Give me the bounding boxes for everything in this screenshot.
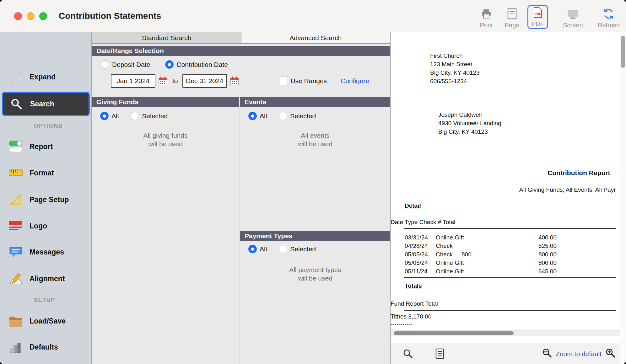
sidebar-item-label: Alignment [30,275,65,283]
table-row: 05/05/24 Online Gift 800.00 [391,260,620,268]
page-button[interactable]: Page [502,8,522,29]
cell-date: 04/28/24 [405,243,428,249]
recipient-address: Joseph Caldwell 4930 Volunteer Landing B… [438,110,501,136]
sidebar-item-label: Expand [30,73,56,81]
payment-types-radio-group: All Selected [248,245,316,253]
vertical-scrollbar[interactable] [620,32,626,364]
events-note-line2: will be used [240,140,390,148]
sidebar-item-messages[interactable]: Messages [0,240,91,264]
report-title: Contribution Report [548,169,610,177]
column-header-total: Total [443,219,455,225]
contribution-date-radio[interactable] [165,60,174,69]
detail-footer-rule [404,277,616,278]
cell-date: 03/31/24 [405,234,428,241]
payment-types-selected-radio[interactable] [279,245,287,253]
events-section-header: Events [240,97,390,107]
events-radio-group: All Selected [248,112,316,120]
cell-date: 05/11/24 [405,268,428,275]
totals-dashes: ----------- [391,321,413,328]
sidebar-item-page-setup[interactable]: Page Setup [0,188,91,211]
cell-total: 645.00 [538,268,557,275]
print-button[interactable]: Print [476,9,497,29]
app-window: Contribution Statements Print Page PDF P… [0,0,626,364]
from-date-input[interactable] [111,74,155,88]
magnifier-tool-icon[interactable] [402,348,413,359]
giving-funds-note-line1: All giving funds [92,131,239,140]
configure-link[interactable]: Configure [341,77,369,85]
refresh-icon [603,8,614,21]
calendar-icon[interactable] [158,76,168,86]
sidebar-item-search[interactable]: Search [2,92,90,116]
column-header-type: Type [405,219,418,225]
events-note: All events will be used [240,131,390,148]
zoom-out-icon[interactable] [542,348,552,360]
giving-funds-section-header: Giving Funds [92,97,239,107]
totals-dashes-row: ----------- [391,321,620,329]
date-range-row: to Use Ranges Configure [111,74,369,88]
page-title: Contribution Statements [59,0,161,32]
cell-type: Online Gift [436,260,464,266]
cell-date: 05/05/24 [405,260,428,266]
sidebar-item-alignment[interactable]: Alignment [0,267,91,290]
to-date-input[interactable] [182,74,227,88]
events-all-radio[interactable] [248,112,257,120]
print-label: Print [480,22,493,29]
sidebar-item-label: Format [30,169,54,177]
church-name: First Church [430,51,480,60]
cell-type: Online Gift [436,268,464,275]
table-row: 04/28/24 Check 525.00 [391,243,620,251]
table-row: 05/11/24 Online Gift 645.00 [391,268,620,276]
column-header-fund: Fund [391,300,404,307]
horizontal-scrollbar[interactable] [391,330,620,335]
sidebar-item-format[interactable]: Format [0,161,91,185]
refresh-button[interactable]: Refresh [598,8,620,29]
use-ranges-checkbox[interactable] [279,77,288,85]
vertical-scrollbar-thumb[interactable] [621,36,625,68]
sidebar-item-report[interactable]: Report [0,135,91,158]
sidebar-item-expand[interactable]: Expand [0,65,91,88]
horizontal-scrollbar-thumb[interactable] [394,331,514,335]
giving-funds-all-radio[interactable] [100,112,109,120]
giving-funds-selected-label: Selected [142,112,168,120]
calendar-icon[interactable] [229,76,240,86]
deposit-date-radio[interactable] [101,60,109,69]
sidebar-section-options: OPTIONS [34,122,62,129]
zoom-window-button[interactable] [39,12,47,20]
pdf-button[interactable]: PDF PDF [527,5,548,29]
cell-total: 400.00 [538,234,557,241]
folder-icon [6,314,25,328]
minimize-window-button[interactable] [27,12,35,20]
zoom-in-icon[interactable] [605,348,615,360]
close-window-button[interactable] [14,12,22,20]
page-view-icon[interactable] [435,348,445,359]
zoom-to-default-link[interactable]: Zoom to default [556,350,602,357]
sidebar-item-defaults[interactable]: Defaults [0,335,91,359]
events-selected-radio[interactable] [279,112,287,120]
giving-funds-radio-group: All Selected [100,112,168,120]
church-city: Big City, KY 40123 [430,68,480,77]
payment-types-all-radio[interactable] [248,245,257,253]
giving-funds-note: All giving funds will be used [92,131,239,148]
cell-report-total: 3,170.00 [408,313,431,320]
sidebar: Expand Search OPTIONS Report Format [0,32,92,364]
recipient-name: Joseph Caldwell [438,110,501,119]
sidebar-item-label: Defaults [30,343,58,351]
payment-types-note-line1: All payment types [240,265,390,274]
screen-button[interactable]: Screen [563,9,583,29]
sidebar-item-load-save[interactable]: Load/Save [0,309,91,333]
giving-funds-all-label: All [111,112,119,120]
tab-standard-search[interactable]: Standard Search [92,32,241,44]
logo-icon [6,219,25,233]
report-preview: First Church 123 Main Street Big City, K… [390,32,620,364]
payment-types-note-line2: will be used [240,274,390,282]
screen-label: Screen [563,22,583,29]
tab-advanced-search[interactable]: Advanced Search [241,32,391,44]
sidebar-item-logo[interactable]: Logo [0,214,91,238]
totals-row: Tithes 3,170.00 [391,313,620,322]
table-row: 05/05/24 Check 800 800.00 [391,251,620,260]
sidebar-item-label: Page Setup [30,195,69,204]
payment-types-all-label: All [260,245,267,253]
cell-type: Check [436,251,453,258]
giving-funds-selected-radio[interactable] [131,112,139,120]
titlebar: Contribution Statements Print Page PDF P… [0,0,626,32]
